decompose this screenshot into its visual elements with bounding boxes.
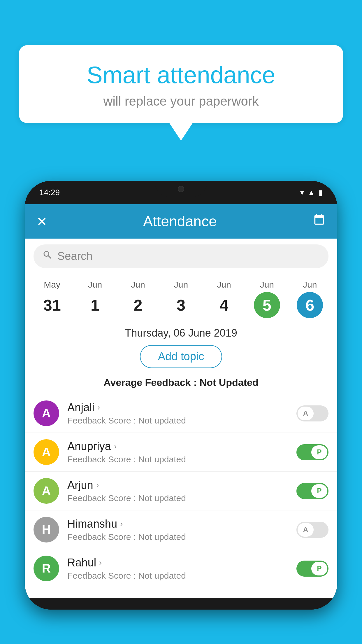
search-bar-wrapper: Search [25,239,337,274]
toggle-knob: A [298,523,314,537]
attendance-toggle[interactable]: A [294,405,328,421]
avatar: A [34,439,59,465]
avg-feedback: Average Feedback : Not Updated [25,374,337,394]
student-name: Arjun › [67,479,285,491]
search-placeholder: Search [57,250,92,262]
status-bar: 14:29 ▾ ▲ ▮ [25,181,337,204]
speech-bubble: Smart attendance will replace your paper… [19,45,343,123]
search-bar[interactable]: Search [34,244,328,268]
cal-date-number: 5 [254,292,280,318]
phone-bottom [25,598,337,610]
close-button[interactable]: ✕ [36,214,47,229]
cal-month-label: Jun [131,280,145,290]
cal-date-number: 4 [211,292,237,318]
notch [155,181,207,197]
chevron-icon: › [120,519,123,528]
toggle-on[interactable]: P [296,561,328,577]
add-topic-button[interactable]: Add topic [140,345,222,368]
cal-month-label: May [44,280,60,290]
cal-month-label: Jun [217,280,231,290]
attendance-toggle[interactable]: P [294,483,328,499]
student-list: AAnjali ›Feedback Score : Not updated A … [25,394,337,588]
avatar: A [34,478,59,504]
calendar-day[interactable]: Jun2 [119,280,157,318]
toggle-knob: P [311,445,327,459]
toggle-knob: P [311,484,327,498]
avg-feedback-label: Average Feedback : [103,377,197,388]
calendar-day[interactable]: Jun5 [248,280,286,318]
student-item[interactable]: RRahul ›Feedback Score : Not updated P [25,549,337,588]
student-info: Anupriya ›Feedback Score : Not updated [67,440,285,464]
cal-date-number: 6 [297,292,323,318]
calendar-day[interactable]: Jun6 [291,280,329,318]
student-item[interactable]: AArjun ›Feedback Score : Not updated P [25,472,337,510]
speech-bubble-container: Smart attendance will replace your paper… [19,45,343,141]
toggle-knob: P [311,562,327,575]
toggle-on[interactable]: P [296,444,328,460]
selected-date: Thursday, 06 June 2019 [25,321,337,342]
avatar: A [34,400,59,426]
phone-mockup: 14:29 ▾ ▲ ▮ ✕ Attendance [25,181,337,610]
student-name: Himanshu › [67,518,285,530]
phone-frame: 14:29 ▾ ▲ ▮ ✕ Attendance [25,181,337,610]
wifi-icon: ▾ [300,188,304,197]
cal-date-number: 2 [125,292,151,318]
app-bar: ✕ Attendance [25,204,337,239]
avg-feedback-value: Not Updated [200,377,259,388]
speech-bubble-subtitle: will replace your paperwork [36,94,326,108]
attendance-toggle[interactable]: P [294,444,328,460]
search-icon [42,250,53,263]
calendar-button[interactable] [313,214,326,229]
avatar: H [34,517,59,542]
chevron-icon: › [97,403,100,412]
student-info: Arjun ›Feedback Score : Not updated [67,479,285,503]
calendar-strip: May31Jun1Jun2Jun3Jun4Jun5Jun6 [25,274,337,321]
calendar-day[interactable]: Jun3 [162,280,200,318]
status-icons: ▾ ▲ ▮ [300,188,323,197]
feedback-score: Feedback Score : Not updated [67,493,285,503]
chevron-icon: › [96,480,99,490]
calendar-day[interactable]: Jun1 [76,280,114,318]
cal-month-label: Jun [174,280,188,290]
cal-month-label: Jun [303,280,317,290]
student-item[interactable]: AAnupriya ›Feedback Score : Not updated … [25,433,337,472]
chevron-icon: › [99,558,102,567]
phone-screen: ✕ Attendance Search [25,204,337,598]
speech-bubble-title: Smart attendance [36,61,326,89]
avatar: R [34,556,59,581]
cal-date-number: 31 [39,292,65,318]
student-item[interactable]: HHimanshu ›Feedback Score : Not updated … [25,510,337,549]
feedback-score: Feedback Score : Not updated [67,454,285,464]
battery-icon: ▮ [319,188,323,197]
attendance-toggle[interactable]: A [294,522,328,538]
feedback-score: Feedback Score : Not updated [67,571,285,581]
student-info: Anjali ›Feedback Score : Not updated [67,401,285,426]
student-info: Rahul ›Feedback Score : Not updated [67,556,285,581]
app-bar-title: Attendance [143,213,217,230]
attendance-toggle[interactable]: P [294,561,328,577]
cal-month-label: Jun [260,280,274,290]
calendar-day[interactable]: May31 [33,280,71,318]
camera [178,186,184,192]
calendar-day[interactable]: Jun4 [205,280,243,318]
student-name: Rahul › [67,556,285,569]
add-topic-wrapper: Add topic [25,342,337,374]
cal-date-number: 1 [82,292,108,318]
cal-date-number: 3 [168,292,194,318]
student-name: Anjali › [67,401,285,414]
chevron-icon: › [114,442,117,451]
toggle-off[interactable]: A [296,522,328,538]
toggle-on[interactable]: P [296,483,328,499]
speech-bubble-tail [169,123,193,141]
student-name: Anupriya › [67,440,285,453]
student-info: Himanshu ›Feedback Score : Not updated [67,518,285,542]
feedback-score: Feedback Score : Not updated [67,416,285,426]
feedback-score: Feedback Score : Not updated [67,532,285,542]
student-item[interactable]: AAnjali ›Feedback Score : Not updated A [25,394,337,433]
toggle-off[interactable]: A [296,405,328,421]
cal-month-label: Jun [88,280,102,290]
signal-icon: ▲ [307,188,315,197]
status-time: 14:29 [39,188,60,197]
toggle-knob: A [298,407,314,420]
